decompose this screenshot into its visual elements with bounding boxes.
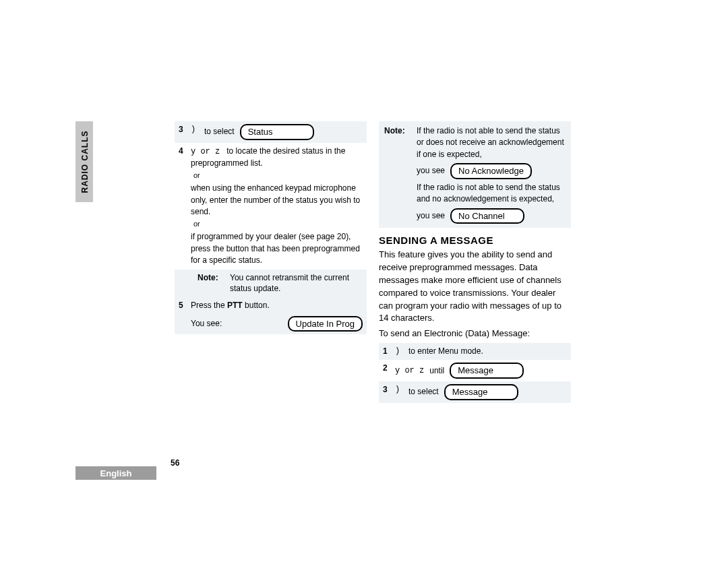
step-number: 3 — [383, 384, 395, 396]
page-content: 3 ) to select Status 4 y or z to locate … — [75, 121, 574, 472]
note-label: Note: — [384, 125, 410, 224]
msg-step-2: 2 y or z until Message — [379, 360, 571, 381]
display-no-acknowledge: No Acknowledge — [450, 163, 532, 179]
step-5: 5 Press the PTT button. You see: Update … — [175, 297, 367, 334]
note-line: If the radio is not able to send the sta… — [417, 125, 566, 160]
display-update-in-prog: Update In Prog — [288, 316, 363, 332]
section-heading: SENDING A MESSAGE — [379, 235, 571, 246]
language-label: English — [100, 468, 132, 478]
step-number: 3 — [179, 124, 191, 135]
you-see-label: you see — [417, 210, 445, 222]
step-text: button. — [243, 301, 270, 310]
step-until: until — [429, 365, 444, 377]
display-message: Message — [450, 363, 524, 379]
note-line: If the radio is not able to send the sta… — [417, 182, 566, 206]
step-key: ) — [191, 124, 204, 135]
ptt-label: PTT — [227, 301, 243, 310]
note-label: Note: — [198, 272, 223, 295]
step-action: to enter Menu mode. — [408, 346, 567, 357]
step-action: to select — [204, 126, 235, 137]
language-tab: English — [75, 466, 156, 480]
msg-step-3: 3 ) to select Message — [379, 381, 571, 403]
note-row: Note: You cannot retransmit the current … — [175, 270, 367, 298]
step-line: when using the enhanced keypad microphon… — [191, 183, 363, 218]
you-see-label: You see: — [191, 318, 222, 330]
step-number: 5 — [179, 300, 191, 311]
or-separator: or — [193, 170, 363, 181]
page-number: 56 — [171, 458, 179, 468]
or-separator: or — [193, 219, 363, 230]
step-line: if programmed by your dealer (see page 2… — [191, 231, 363, 266]
display-status: Status — [240, 124, 314, 140]
step-key: ) — [395, 346, 408, 357]
step-keys: y or z — [191, 147, 220, 156]
note-box: Note: If the radio is not able to send t… — [379, 121, 571, 228]
step-key: ) — [395, 384, 408, 396]
section-lead: To send an Electronic (Data) Message: — [379, 327, 571, 340]
display-message: Message — [444, 384, 518, 400]
left-column: 3 ) to select Status 4 y or z to locate … — [175, 121, 367, 334]
step-text: Press the — [191, 301, 227, 310]
step-number: 4 — [179, 146, 191, 157]
section-paragraph: This feature gives you the ability to se… — [379, 249, 571, 325]
display-no-channel: No Channel — [450, 208, 524, 224]
msg-step-1: 1 ) to enter Menu mode. — [379, 343, 571, 360]
step-number: 2 — [383, 363, 395, 374]
step-3: 3 ) to select Status — [175, 121, 367, 143]
step-keys: y or z — [395, 365, 424, 377]
right-column: Note: If the radio is not able to send t… — [379, 121, 571, 403]
you-see-label: you see — [417, 165, 445, 177]
step-action: to select — [408, 386, 439, 398]
note-body: You cannot retransmit the current status… — [230, 272, 363, 295]
step-number: 1 — [383, 346, 395, 357]
step-4: 4 y or z to locate the desired status in… — [175, 143, 367, 270]
